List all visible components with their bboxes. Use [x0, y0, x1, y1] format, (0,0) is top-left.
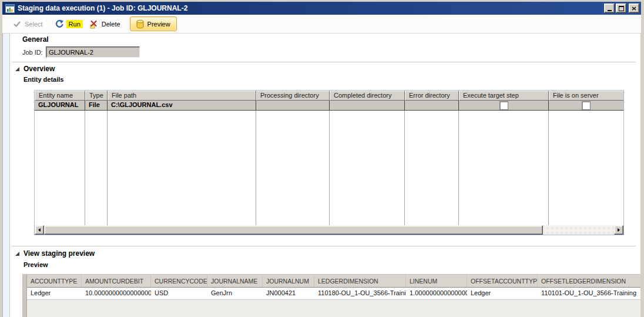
view-staging-preview-heading: View staging preview	[24, 249, 95, 258]
cell-error-directory	[405, 101, 459, 110]
collapse-triangle-icon	[15, 67, 19, 71]
execute-target-step-checkbox[interactable]	[499, 101, 508, 110]
column-header-offsetledgerdimension[interactable]: OFFSETLEDGERDIMENSION	[538, 275, 640, 287]
grid-column-line	[107, 111, 108, 225]
file-is-on-server-checkbox[interactable]	[582, 101, 591, 110]
right-arrow-icon	[618, 228, 620, 232]
column-header-offsetaccounttype[interactable]: OFFSETACCOUNTTYPE	[467, 275, 538, 287]
collapse-triangle-icon	[15, 252, 19, 256]
horizontal-scrollbar	[35, 225, 623, 235]
entity-grid-empty-area	[35, 111, 623, 225]
column-header-execute-target-step[interactable]: Execute target step	[459, 91, 549, 101]
preview-grid-empty-area	[27, 300, 640, 317]
run-label: Run	[66, 20, 83, 28]
preview-grid-main: ACCOUNTTYPE AMOUNTCURDEBIT CURRENCYCODE …	[27, 275, 640, 317]
maximize-icon	[619, 6, 624, 11]
scrollbar-track[interactable]	[543, 225, 614, 235]
cell-amountcurdebit: 10.0000000000000000	[82, 288, 151, 299]
cell-file-is-on-server	[549, 101, 623, 110]
cell-journalnum: JN000421	[263, 288, 314, 299]
column-header-journalname[interactable]: JOURNALNAME	[207, 275, 263, 287]
column-header-file-path[interactable]: File path	[108, 91, 256, 101]
entity-details-heading: Entity details	[24, 76, 63, 83]
job-id-input[interactable]	[46, 46, 140, 58]
column-header-processing-directory[interactable]: Processing directory	[256, 91, 330, 101]
column-header-error-directory[interactable]: Error directory	[405, 91, 459, 101]
preview-button[interactable]: Preview	[130, 16, 177, 31]
column-header-amountcurdebit[interactable]: AMOUNTCURDEBIT	[82, 275, 151, 287]
preview-grid-header-row: ACCOUNTTYPE AMOUNTCURDEBIT CURRENCYCODE …	[27, 275, 640, 288]
checkmark-icon	[13, 21, 21, 28]
cell-journalname: GenJrn	[207, 288, 263, 299]
entity-grid-header-row: Entity name Type File path Processing di…	[35, 91, 623, 101]
entity-details-grid: Entity name Type File path Processing di…	[34, 90, 624, 235]
select-label: Select	[24, 20, 44, 28]
job-id-label: Job ID:	[22, 49, 43, 56]
minimize-button[interactable]	[604, 4, 615, 13]
column-header-type[interactable]: Type	[85, 91, 108, 101]
left-arrow-icon	[38, 228, 41, 232]
maximize-button[interactable]	[616, 4, 626, 13]
cell-ledgerdimension: 110180-OU_1-OU_3566-Training	[314, 288, 406, 299]
cell-offsetaccounttype: Ledger	[467, 288, 538, 299]
cell-execute-target-step	[459, 101, 549, 110]
cell-completed-directory	[330, 101, 405, 110]
cell-file-path: C:\GLJOURNAL.csv	[108, 101, 256, 110]
scroll-left-button[interactable]	[35, 225, 44, 235]
close-button[interactable]	[629, 4, 639, 13]
titlebar: Staging data execution (1) - Job ID: GLJ…	[2, 2, 641, 15]
window-controls	[604, 4, 639, 13]
column-header-currencycode[interactable]: CURRENCYCODE	[151, 275, 207, 287]
grid-column-line	[85, 111, 85, 225]
column-header-entity-name[interactable]: Entity name	[35, 91, 85, 101]
window-title: Staging data execution (1) - Job ID: GLJ…	[18, 4, 604, 12]
database-cylinder-icon	[136, 19, 144, 29]
grid-column-line	[256, 111, 256, 225]
cell-offsetledgerdimension: 110101-OU_1-OU_3566-Training	[538, 288, 640, 299]
section-divider	[12, 62, 636, 62]
cell-accounttype: Ledger	[27, 288, 82, 299]
column-header-ledgerdimension[interactable]: LEDGERDIMENSION	[314, 275, 406, 287]
staging-preview-section-header[interactable]: View staging preview	[15, 249, 95, 258]
cell-processing-directory	[256, 101, 330, 110]
grid-column-line	[329, 111, 330, 225]
close-icon	[632, 6, 636, 11]
column-header-journalnum[interactable]: JOURNALNUM	[263, 275, 314, 287]
column-header-completed-directory[interactable]: Completed directory	[330, 91, 405, 101]
grid-column-line	[548, 111, 549, 225]
column-header-linenum[interactable]: LINENUM	[406, 275, 467, 287]
app-icon	[5, 4, 15, 13]
preview-row[interactable]: Ledger 10.0000000000000000 USD GenJrn JN…	[27, 288, 640, 300]
column-header-file-is-on-server[interactable]: File is on server	[549, 91, 623, 101]
overview-heading: Overview	[24, 65, 55, 73]
run-arrow-icon	[55, 19, 64, 29]
scroll-right-button[interactable]	[614, 225, 623, 235]
entity-row-gljournal[interactable]: GLJOURNAL File C:\GLJOURNAL.csv	[35, 101, 623, 111]
cell-type: File	[85, 101, 108, 110]
staging-data-execution-window: Staging data execution (1) - Job ID: GLJ…	[0, 0, 644, 317]
overview-section-header[interactable]: Overview	[15, 65, 55, 73]
delete-button[interactable]: Delete	[89, 19, 122, 29]
run-button[interactable]: Run	[55, 19, 83, 29]
scrollbar-thumb[interactable]	[44, 225, 543, 235]
preview-label: Preview	[147, 21, 170, 28]
row-selector-strip[interactable]	[23, 275, 27, 317]
cell-entity-name: GLJOURNAL	[35, 101, 85, 110]
form-content: General Job ID: Overview Entity details …	[2, 34, 640, 317]
grid-column-line	[458, 111, 459, 225]
section-divider	[12, 246, 636, 246]
toolbar: Select Run Delete Preview	[2, 15, 641, 34]
minimize-icon	[608, 10, 612, 11]
preview-grid: ACCOUNTTYPE AMOUNTCURDEBIT CURRENCYCODE …	[22, 274, 640, 317]
column-header-accounttype[interactable]: ACCOUNTTYPE	[27, 275, 82, 287]
select-button[interactable]: Select	[13, 20, 44, 28]
delete-label: Delete	[100, 20, 122, 28]
left-splitter[interactable]	[2, 34, 10, 317]
cell-linenum: 1.0000000000000000	[406, 288, 467, 299]
grid-column-line	[404, 111, 405, 225]
preview-heading: Preview	[24, 261, 48, 268]
cell-currencycode: USD	[151, 288, 207, 299]
delete-icon	[89, 19, 98, 29]
general-heading: General	[22, 35, 49, 44]
